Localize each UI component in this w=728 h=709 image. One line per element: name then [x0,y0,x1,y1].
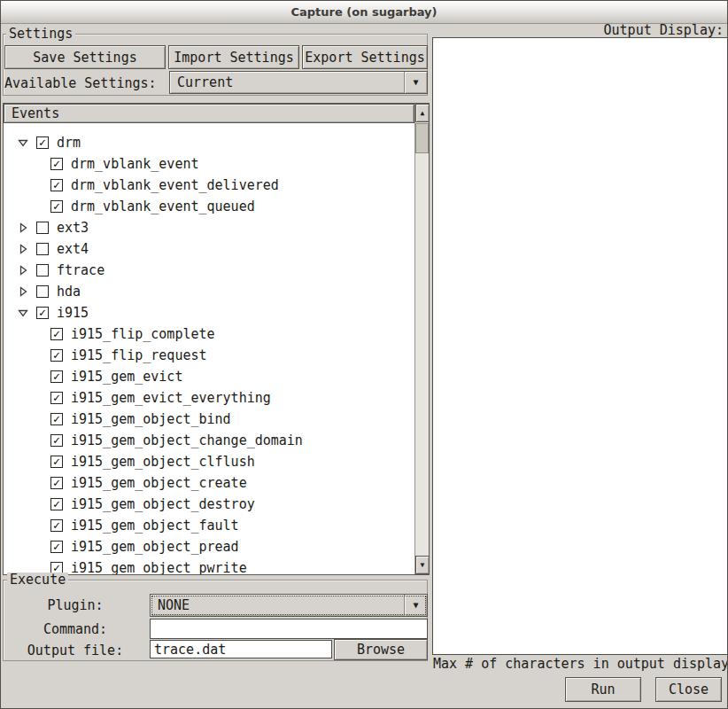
titlebar[interactable]: Capture (on sugarbay) [1,1,727,24]
tree-item-label: drm_vblank_event_delivered [71,177,279,193]
settings-legend: Settings [6,27,75,41]
chevron-down-icon: ▼ [404,72,427,93]
tree-row-i915_gem_object_pread[interactable]: ✓i915_gem_object_pread [4,536,414,557]
checkbox-checked[interactable]: ✓ [50,370,63,383]
execute-legend: Execute [7,573,68,587]
tree-row-i915_gem_object_fault[interactable]: ✓i915_gem_object_fault [4,515,414,536]
tree-item-label: hda [57,284,81,300]
tree-item-label: i915_gem_object_bind [71,411,231,427]
expander-closed-icon[interactable] [18,222,28,233]
checkbox-checked[interactable]: ✓ [50,456,63,468]
tree-row-i915_gem_object_bind[interactable]: ✓i915_gem_object_bind [4,409,414,430]
tree-item-label: drm [57,135,81,151]
tree-row-i915_gem_evict[interactable]: ✓i915_gem_evict [4,366,414,387]
browse-button[interactable]: Browse [334,639,428,660]
tree-item-label: i915 [57,305,89,321]
checkbox-unchecked[interactable] [36,285,49,298]
output-file-label: Output file: [4,641,146,660]
plugin-dropdown[interactable]: NONE ▼ [150,594,428,617]
tree-item-label: i915_gem_object_destroy [71,496,255,512]
events-column-header[interactable]: Events [4,104,414,123]
tree-item-label: i915_flip_complete [71,326,215,342]
tree-item-label: i915_gem_evict_everything [71,390,271,406]
checkbox-checked[interactable]: ✓ [50,349,63,362]
expander-open-icon[interactable] [18,308,28,318]
command-label: Command: [4,619,146,639]
import-settings-button[interactable]: Import Settings [168,45,299,69]
max-chars-label: Max # of characters in output display [433,656,728,672]
tree-row-drm[interactable]: ✓drm [4,132,414,153]
plugin-label: Plugin: [4,596,146,615]
checkbox-checked[interactable]: ✓ [50,541,63,553]
scroll-up-icon: ▲ [421,110,425,117]
checkbox-checked[interactable]: ✓ [50,328,63,340]
available-settings-label: Available Settings: [4,74,157,93]
tree-row-i915_flip_request[interactable]: ✓i915_flip_request [4,345,414,366]
tree-row-drm_vblank_event[interactable]: ✓drm_vblank_event [4,153,414,175]
checkbox-unchecked[interactable] [36,243,49,255]
events-tree: ✓drm✓drm_vblank_event✓drm_vblank_event_d… [4,123,414,574]
tree-item-label: ext4 [57,241,89,257]
tree-item-label: i915_flip_request [71,347,207,363]
checkbox-checked[interactable]: ✓ [50,413,63,425]
command-input[interactable] [150,619,428,639]
tree-row-ftrace[interactable]: ftrace [4,260,414,281]
expander-closed-icon[interactable] [18,244,28,254]
output-display-area[interactable] [432,37,728,655]
tree-row-i915_flip_complete[interactable]: ✓i915_flip_complete [4,323,414,345]
tree-row-i915_gem_evict_everything[interactable]: ✓i915_gem_evict_everything [4,387,414,409]
checkbox-checked[interactable]: ✓ [50,200,63,213]
save-settings-button[interactable]: Save Settings [4,45,166,69]
checkbox-checked[interactable]: ✓ [36,307,49,319]
tree-item-label: i915_gem_object_clflush [71,454,255,470]
tree-row-i915_gem_object_create[interactable]: ✓i915_gem_object_create [4,472,414,494]
tree-row-drm_vblank_event_delivered[interactable]: ✓drm_vblank_event_delivered [4,175,414,196]
tree-item-label: i915_gem_object_change_domain [71,432,303,448]
checkbox-unchecked[interactable] [36,222,49,234]
tree-item-label: ext3 [57,220,89,236]
window-title: Capture (on sugarbay) [290,5,437,19]
capture-window: Capture (on sugarbay) Settings Save Sett… [0,0,728,709]
scroll-down-icon: ▼ [421,562,425,569]
checkbox-checked[interactable]: ✓ [50,179,63,191]
expander-open-icon[interactable] [18,137,28,148]
scrollbar-thumb[interactable] [415,123,429,153]
output-file-input[interactable] [150,640,332,658]
checkbox-checked[interactable]: ✓ [50,392,63,404]
tree-item-label: i915_gem_object_create [71,475,247,491]
scroll-up-button[interactable]: ▲ [415,104,430,122]
chevron-down-icon: ▼ [404,595,427,616]
plugin-value: NONE [151,595,404,616]
checkbox-checked[interactable]: ✓ [50,434,63,447]
export-settings-button[interactable]: Export Settings [302,45,428,69]
available-settings-dropdown[interactable]: Current ▼ [169,71,428,94]
tree-item-label: ftrace [57,262,105,278]
tree-row-i915_gem_object_clflush[interactable]: ✓i915_gem_object_clflush [4,451,414,472]
tree-item-label: drm_vblank_event [71,156,199,172]
tree-row-ext4[interactable]: ext4 [4,238,414,260]
tree-row-i915_gem_object_change_domain[interactable]: ✓i915_gem_object_change_domain [4,430,414,451]
available-settings-value: Current [170,72,404,93]
expander-closed-icon[interactable] [18,286,28,297]
tree-row-i915_gem_object_destroy[interactable]: ✓i915_gem_object_destroy [4,494,414,515]
events-scrollbar[interactable]: ▲ ▼ [414,104,429,574]
checkbox-checked[interactable]: ✓ [36,136,49,149]
checkbox-checked[interactable]: ✓ [50,477,63,489]
tree-item-label: drm_vblank_event_queued [71,199,255,214]
checkbox-checked[interactable]: ✓ [50,498,63,510]
scroll-down-button[interactable]: ▼ [415,556,430,574]
checkbox-unchecked[interactable] [36,264,49,277]
checkbox-checked[interactable]: ✓ [50,519,63,532]
tree-row-drm_vblank_event_queued[interactable]: ✓drm_vblank_event_queued [4,196,414,217]
expander-closed-icon[interactable] [18,265,28,276]
tree-item-label: i915_gem_object_fault [71,518,239,534]
tree-row-ext3[interactable]: ext3 [4,217,414,238]
checkbox-checked[interactable]: ✓ [50,158,63,170]
tree-row-hda[interactable]: hda [4,281,414,302]
tree-row-i915[interactable]: ✓i915 [4,302,414,323]
tree-item-label: i915_gem_evict [71,369,182,385]
tree-item-label: i915_gem_object_pread [71,539,239,555]
events-panel: Events ✓drm✓drm_vblank_event✓drm_vblank_… [3,103,430,575]
run-button[interactable]: Run [565,677,641,702]
close-button[interactable]: Close [655,677,722,702]
